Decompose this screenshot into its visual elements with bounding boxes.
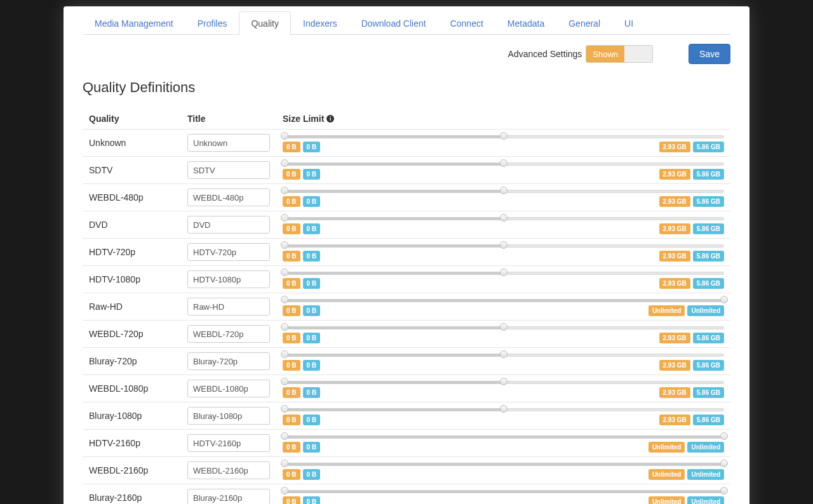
slider-handle-max[interactable] [500, 378, 507, 385]
max-60m-badge: 5.86 GB [693, 333, 724, 343]
slider-handle-max[interactable] [500, 269, 507, 276]
size-slider[interactable] [283, 352, 724, 358]
size-slider[interactable] [283, 297, 724, 303]
slider-handle-min[interactable] [281, 350, 288, 358]
slider-handle-min[interactable] [281, 269, 288, 276]
slider-handle-max[interactable] [500, 214, 507, 222]
slider-handle-max[interactable] [500, 241, 507, 249]
title-input[interactable] [187, 380, 270, 397]
max-30m-badge: 2.93 GB [659, 278, 690, 289]
slider-handle-max[interactable] [500, 405, 507, 413]
size-slider[interactable] [283, 406, 724, 413]
min-60m-badge: 0 B [303, 305, 321, 316]
quality-row: DVD0 B0 B2.93 GB5.86 GB [83, 211, 730, 238]
tab-indexers[interactable]: Indexers [291, 11, 349, 35]
slider-handle-max[interactable] [720, 487, 728, 494]
title-input[interactable] [187, 161, 270, 179]
title-input[interactable] [187, 189, 270, 206]
min-30m-badge: 0 B [283, 251, 300, 262]
save-button[interactable]: Save [689, 44, 730, 64]
slider-handle-min[interactable] [281, 214, 288, 222]
tab-download-client[interactable]: Download Client [349, 11, 438, 35]
size-slider[interactable] [283, 215, 724, 222]
size-slider[interactable] [283, 188, 724, 194]
quality-row: HDTV-1080p0 B0 B2.93 GB5.86 GB [83, 265, 730, 293]
slider-handle-min[interactable] [281, 460, 288, 467]
quality-name: Bluray-720p [89, 356, 187, 366]
slider-handle-min[interactable] [281, 405, 288, 413]
min-30m-badge: 0 B [283, 169, 300, 180]
max-60m-badge: 5.86 GB [693, 387, 724, 398]
tab-ui[interactable]: UI [612, 11, 645, 35]
size-slider[interactable] [283, 270, 724, 276]
title-input[interactable] [187, 407, 270, 425]
slider-handle-max[interactable] [500, 350, 507, 358]
tab-metadata[interactable]: Metadata [495, 11, 556, 35]
tab-general[interactable]: General [556, 11, 612, 35]
title-input[interactable] [187, 243, 270, 261]
title-input[interactable] [187, 298, 270, 315]
max-60m-badge: Unlimited [687, 469, 724, 480]
slider-handle-max[interactable] [500, 323, 507, 331]
max-60m-badge: Unlimited [687, 496, 724, 504]
min-60m-badge: 0 B [303, 469, 321, 480]
max-60m-badge: 5.86 GB [693, 251, 724, 262]
title-input[interactable] [187, 489, 270, 504]
max-60m-badge: 5.86 GB [693, 169, 724, 180]
slider-handle-min[interactable] [281, 132, 288, 140]
table-header: Quality Title Size Limit i [83, 109, 730, 129]
slider-handle-min[interactable] [281, 378, 288, 385]
slider-handle-min[interactable] [281, 296, 288, 303]
slider-handle-max[interactable] [500, 132, 507, 140]
quality-table: Quality Title Size Limit i Unknown0 B0 B… [83, 109, 730, 504]
size-slider[interactable] [283, 242, 724, 249]
min-30m-badge: 0 B [283, 414, 300, 425]
advanced-settings-label: Advanced Settings [508, 49, 582, 59]
quality-name: HDTV-720p [89, 247, 187, 257]
tab-connect[interactable]: Connect [438, 11, 495, 35]
slider-handle-max[interactable] [720, 460, 728, 467]
title-input[interactable] [187, 434, 270, 452]
max-60m-badge: 5.86 GB [693, 414, 724, 425]
tab-media-management[interactable]: Media Management [83, 11, 185, 35]
slider-handle-max[interactable] [500, 159, 507, 167]
min-60m-badge: 0 B [303, 442, 321, 453]
size-slider[interactable] [283, 161, 724, 167]
advanced-toggle[interactable]: Shown [586, 45, 653, 63]
slider-handle-min[interactable] [281, 487, 288, 494]
slider-handle-max[interactable] [720, 432, 728, 440]
quality-row: WEBDL-480p0 B0 B2.93 GB5.86 GB [83, 183, 730, 211]
title-input[interactable] [187, 134, 270, 152]
title-input[interactable] [187, 216, 270, 234]
slider-handle-max[interactable] [720, 296, 728, 303]
min-30m-badge: 0 B [283, 142, 300, 152]
max-60m-badge: Unlimited [687, 305, 724, 316]
size-slider[interactable] [283, 379, 724, 385]
slider-handle-min[interactable] [281, 159, 288, 167]
slider-handle-min[interactable] [281, 187, 288, 194]
tab-quality[interactable]: Quality [239, 11, 291, 35]
info-icon[interactable]: i [326, 115, 334, 123]
quality-name: WEBDL-1080p [89, 383, 187, 394]
slider-handle-min[interactable] [281, 241, 288, 249]
quality-name: DVD [89, 220, 187, 230]
title-input[interactable] [187, 270, 270, 288]
title-input[interactable] [187, 352, 270, 370]
max-60m-badge: 5.86 GB [693, 278, 724, 289]
slider-handle-min[interactable] [281, 323, 288, 331]
size-slider[interactable] [283, 434, 724, 440]
size-slider[interactable] [283, 488, 724, 494]
max-60m-badge: 5.86 GB [693, 142, 724, 152]
size-slider[interactable] [283, 133, 724, 140]
slider-handle-max[interactable] [500, 187, 507, 194]
title-input[interactable] [187, 461, 270, 479]
quality-name: Bluray-1080p [89, 411, 187, 421]
max-30m-badge: 2.93 GB [659, 169, 690, 180]
size-slider[interactable] [283, 324, 724, 331]
max-30m-badge: 2.93 GB [659, 414, 690, 425]
slider-handle-min[interactable] [281, 432, 288, 440]
size-slider[interactable] [283, 461, 724, 467]
tab-profiles[interactable]: Profiles [185, 11, 239, 35]
title-input[interactable] [187, 325, 270, 343]
min-60m-badge: 0 B [303, 196, 321, 207]
